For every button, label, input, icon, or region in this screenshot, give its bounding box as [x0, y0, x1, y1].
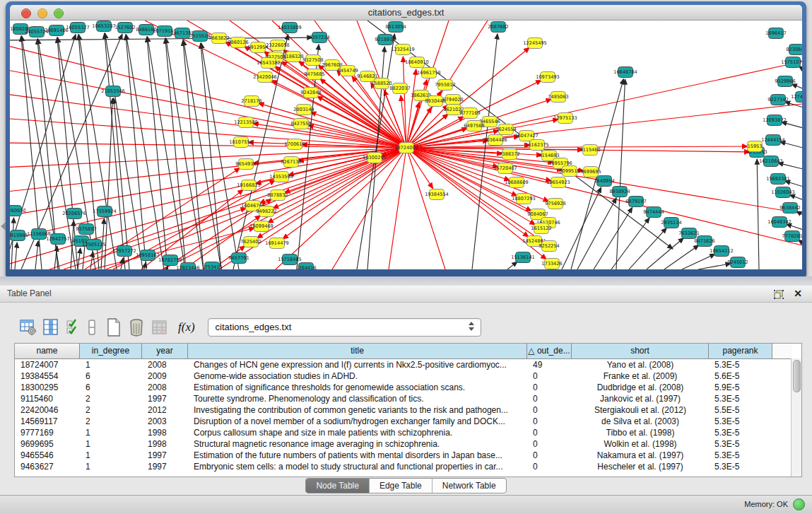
- table-cell-out_de...[interactable]: 0: [527, 461, 572, 472]
- table-cell-pagerank[interactable]: 5.3E-5: [709, 416, 772, 427]
- float-panel-icon[interactable]: [774, 289, 784, 298]
- table-cell-title[interactable]: Embryonic stem cells: a model to study s…: [188, 461, 527, 472]
- table-cell-pagerank[interactable]: 5.6E-5: [709, 370, 772, 382]
- tab-node-table[interactable]: Node Table: [306, 479, 370, 493]
- table-cell-title[interactable]: Structural magnetic resonance image aver…: [188, 438, 527, 450]
- table-cell-in_degree[interactable]: 2: [80, 404, 142, 416]
- table-cell-year[interactable]: 1998: [142, 427, 188, 438]
- column-header-pagerank[interactable]: pagerank: [709, 344, 772, 358]
- table-row[interactable]: 911546021997Tourette syndrome. Phenomeno…: [15, 393, 801, 404]
- table-cell-year[interactable]: 1997: [142, 393, 188, 404]
- table-row[interactable]: 946554611997Estimation of the future num…: [15, 450, 801, 461]
- table-cell-pagerank[interactable]: 5.9E-5: [709, 382, 772, 393]
- table-row[interactable]: 1938455462009Genome-wide association stu…: [15, 370, 801, 382]
- node-attribute-table[interactable]: namein_degreeyeartitle△ out_de...shortpa…: [14, 343, 802, 477]
- table-cell-year[interactable]: 1997: [142, 450, 188, 461]
- table-row[interactable]: 1456911722003Disruption of a novel membe…: [15, 416, 801, 427]
- function-builder-icon[interactable]: f(x): [178, 320, 195, 334]
- table-row[interactable]: 946362711997Embryonic stem cells: a mode…: [15, 461, 801, 472]
- memory-status-indicator-icon[interactable]: [793, 498, 805, 510]
- table-cell-name[interactable]: 14569117: [15, 416, 80, 427]
- table-row[interactable]: 1872400712008Changes of HCN gene express…: [15, 359, 801, 370]
- table-cell-pagerank[interactable]: 5.3E-5: [709, 450, 772, 461]
- table-cell-name[interactable]: 22420046: [15, 404, 80, 416]
- table-cell-out_de...[interactable]: 0: [527, 438, 572, 450]
- table-cell-name[interactable]: 18300295: [15, 382, 80, 393]
- table-cell-short[interactable]: Stergiakouli et al. (2012): [572, 404, 709, 416]
- table-cell-year[interactable]: 1997: [142, 461, 188, 472]
- table-cell-short[interactable]: de Silva et al. (2003): [572, 416, 709, 427]
- table-row[interactable]: 969969511998Structural magnetic resonanc…: [15, 438, 801, 450]
- table-cell-pagerank[interactable]: 5.5E-5: [709, 404, 772, 416]
- table-cell-name[interactable]: 9115460: [15, 393, 80, 404]
- citation-network-graph[interactable]: 1806290240557242069140616055327106532871…: [10, 21, 802, 269]
- table-cell-pagerank[interactable]: 5.3E-5: [709, 393, 772, 404]
- table-cell-in_degree[interactable]: 2: [80, 393, 142, 404]
- table-cell-pagerank[interactable]: 5.3E-5: [709, 359, 772, 370]
- column-header-in_degree[interactable]: in_degree: [80, 344, 142, 358]
- table-cell-name[interactable]: 9465546: [15, 450, 80, 461]
- column-header-out_de...[interactable]: △ out_de...: [527, 344, 572, 358]
- table-cell-in_degree[interactable]: 1: [80, 450, 142, 461]
- table-cell-short[interactable]: Jankovic et al. (1997): [572, 393, 709, 404]
- table-body[interactable]: 1872400712008Changes of HCN gene express…: [15, 359, 801, 472]
- table-cell-short[interactable]: Tibbo et al. (1998): [572, 427, 709, 438]
- table-cell-title[interactable]: Estimation of the future numbers of pati…: [188, 450, 527, 461]
- table-cell-name[interactable]: 18724007: [15, 359, 80, 370]
- horizontal-splitter[interactable]: [0, 276, 812, 286]
- table-cell-short[interactable]: Dudbridge et al. (2008): [572, 382, 709, 393]
- table-cell-in_degree[interactable]: 1: [80, 461, 142, 472]
- table-cell-short[interactable]: Franke et al. (2009): [572, 370, 709, 382]
- table-cell-name[interactable]: 9463627: [15, 461, 80, 472]
- tab-network-table[interactable]: Network Table: [433, 479, 506, 493]
- network-table-select[interactable]: citations_edges.txt: [208, 318, 481, 337]
- table-cell-title[interactable]: Genome-wide association studies in ADHD.: [188, 370, 527, 382]
- table-cell-in_degree[interactable]: 2: [80, 416, 142, 427]
- table-row[interactable]: 2242004622012Investigating the contribut…: [15, 404, 801, 416]
- table-header-row[interactable]: namein_degreeyeartitle△ out_de...shortpa…: [15, 344, 801, 359]
- table-cell-out_de...[interactable]: 0: [527, 404, 572, 416]
- column-header-name[interactable]: name: [15, 344, 80, 358]
- table-cell-short[interactable]: Nakamura et al. (1997): [572, 450, 709, 461]
- table-cell-year[interactable]: 2009: [142, 370, 188, 382]
- close-panel-icon[interactable]: ✕: [794, 288, 802, 299]
- table-cell-pagerank[interactable]: 5.3E-5: [709, 438, 772, 450]
- table-cell-name[interactable]: 9699695: [15, 438, 80, 450]
- delete-trash-icon[interactable]: [129, 318, 144, 337]
- table-cell-in_degree[interactable]: 1: [80, 438, 142, 450]
- network-window-titlebar[interactable]: citations_edges.txt: [10, 5, 802, 21]
- table-cell-in_degree[interactable]: 1: [80, 359, 142, 370]
- new-document-icon[interactable]: [106, 318, 122, 337]
- table-cell-title[interactable]: Disruption of a novel member of a sodium…: [188, 416, 527, 427]
- table-cell-name[interactable]: 9777169: [15, 427, 80, 438]
- table-cell-out_de...[interactable]: 0: [527, 382, 572, 393]
- collapse-panel-arrow-icon[interactable]: [1, 222, 6, 230]
- column-header-year[interactable]: year: [142, 344, 188, 358]
- table-cell-name[interactable]: 19384554: [15, 370, 80, 382]
- table-cell-title[interactable]: Investigating the contribution of common…: [188, 404, 527, 416]
- table-vertical-scrollbar[interactable]: [791, 358, 801, 477]
- network-canvas[interactable]: 1806290240557242069140616055327106532871…: [10, 21, 802, 269]
- table-cell-short[interactable]: Hescheler et al. (1997): [572, 461, 709, 472]
- column-fragment-icon[interactable]: [88, 319, 96, 336]
- table-cell-short[interactable]: Wolkin et al. (1998): [572, 438, 709, 450]
- table-cell-short[interactable]: Yano et al. (2008): [572, 359, 709, 370]
- table-cell-in_degree[interactable]: 6: [80, 370, 142, 382]
- table-cell-out_de...[interactable]: 49: [527, 359, 572, 370]
- tab-edge-table[interactable]: Edge Table: [370, 479, 433, 493]
- table-cell-pagerank[interactable]: 5.3E-5: [709, 461, 772, 472]
- table-cell-in_degree[interactable]: 6: [80, 382, 142, 393]
- table-cell-title[interactable]: Changes of HCN gene expression and I(f) …: [188, 359, 527, 370]
- show-columns-icon[interactable]: [42, 319, 59, 336]
- table-cell-year[interactable]: 2003: [142, 416, 188, 427]
- table-cell-out_de...[interactable]: 0: [527, 416, 572, 427]
- table-cell-out_de...[interactable]: 0: [527, 427, 572, 438]
- table-cell-year[interactable]: 1998: [142, 438, 188, 450]
- table-cell-in_degree[interactable]: 1: [80, 427, 142, 438]
- table-cell-year[interactable]: 2008: [142, 382, 188, 393]
- table-cell-title[interactable]: Estimation of significance thresholds fo…: [188, 382, 527, 393]
- column-header-short[interactable]: short: [572, 344, 709, 358]
- table-cell-pagerank[interactable]: 5.3E-5: [709, 427, 772, 438]
- table-row[interactable]: 1830029562008Estimation of significance …: [15, 382, 801, 393]
- table-cell-title[interactable]: Tourette syndrome. Phenomenology and cla…: [188, 393, 527, 404]
